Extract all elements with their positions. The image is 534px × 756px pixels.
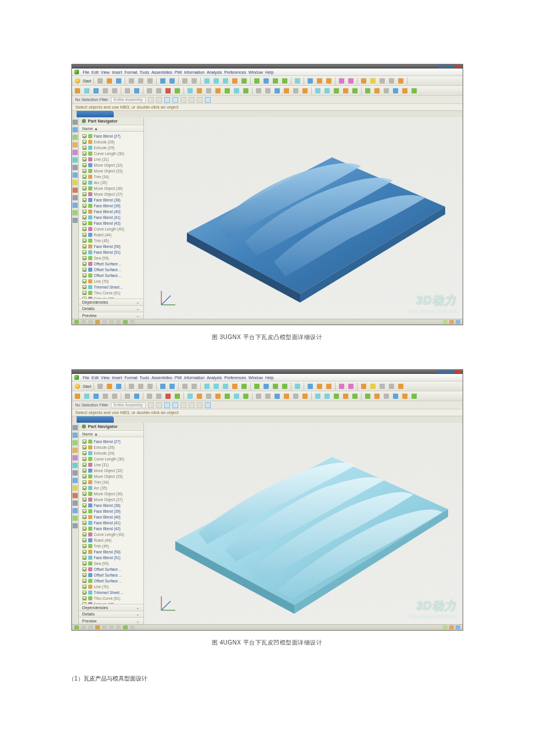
draft-icon[interactable]	[281, 383, 288, 390]
display-icon[interactable]	[146, 87, 153, 95]
tree-row[interactable]: Offset Surface…	[82, 566, 143, 572]
status-icon[interactable]	[95, 320, 100, 324]
viewport[interactable]: 3D动力 http://www.3ddl.net	[144, 117, 463, 319]
new-icon[interactable]	[96, 383, 104, 390]
tree-checkbox[interactable]	[82, 486, 86, 490]
tree-checkbox[interactable]	[82, 233, 86, 237]
tree-row[interactable]: Face Blend (39)	[82, 508, 143, 514]
tree-row[interactable]: Trimmed Sheet…	[82, 589, 143, 595]
resource-tab-icon[interactable]	[73, 120, 78, 125]
start-menu-button[interactable]	[74, 383, 81, 390]
tree-row[interactable]: Face Blend (27)	[82, 133, 143, 139]
resource-tab-icon[interactable]	[73, 165, 78, 170]
curve-icon[interactable]	[292, 87, 300, 95]
layer-icon[interactable]	[242, 393, 250, 400]
open-icon[interactable]	[106, 77, 113, 85]
sketch-icon[interactable]	[203, 77, 211, 85]
tree-row[interactable]: Face Blend (41)	[82, 520, 143, 525]
status-icon[interactable]	[123, 320, 128, 324]
tool-icon[interactable]	[410, 393, 418, 400]
tree-checkbox[interactable]	[82, 538, 86, 542]
menu-item[interactable]: Insert	[112, 70, 122, 74]
tree-checkbox[interactable]	[82, 591, 86, 595]
menu-item[interactable]: Tools	[140, 70, 149, 74]
tree-row[interactable]: Thru Curve (81)	[82, 290, 143, 296]
tool-icon[interactable]	[383, 87, 390, 95]
filter-icon[interactable]	[181, 402, 186, 408]
resource-tab-icon[interactable]	[73, 493, 78, 498]
tree-row[interactable]: Move Object (36)	[82, 491, 143, 496]
wcs-icon[interactable]	[133, 87, 140, 95]
tool-icon[interactable]	[373, 87, 381, 95]
tree-checkbox[interactable]	[82, 256, 86, 260]
tree-row[interactable]: Face Blend (50)	[82, 549, 143, 555]
tree-row[interactable]: Trim (45)	[82, 543, 143, 549]
undo-icon[interactable]	[159, 383, 167, 390]
revolve-icon[interactable]	[240, 77, 248, 85]
tree-checkbox[interactable]	[82, 268, 86, 272]
menu-item[interactable]: Window	[248, 70, 263, 74]
layer-icon[interactable]	[214, 393, 222, 400]
tree-row[interactable]: Trim (34)	[82, 479, 143, 485]
tree-checkbox[interactable]	[82, 445, 86, 449]
resource-tab-icon[interactable]	[73, 188, 78, 193]
tree-row[interactable]: Line (31)	[82, 462, 143, 467]
tree-checkbox[interactable]	[82, 227, 86, 231]
tree-checkbox[interactable]	[82, 573, 86, 577]
sketch-icon[interactable]	[203, 383, 211, 390]
menu-item[interactable]: Analysis	[207, 70, 222, 74]
tree-row[interactable]: Thru Curve (81)	[82, 595, 143, 601]
filter-icon[interactable]	[197, 97, 203, 103]
tree-checkbox[interactable]	[82, 556, 86, 560]
start-menu-button[interactable]	[74, 77, 81, 85]
cut-icon[interactable]	[128, 77, 135, 85]
resource-tab-icon[interactable]	[73, 508, 78, 513]
tree-row[interactable]: Arc (35)	[82, 485, 143, 491]
curve-icon[interactable]	[255, 393, 262, 400]
tool-icon[interactable]	[383, 393, 390, 400]
tree-checkbox[interactable]	[82, 585, 86, 589]
unite-icon[interactable]	[306, 77, 314, 85]
copy-icon[interactable]	[137, 77, 145, 85]
intersect-icon[interactable]	[325, 383, 333, 390]
maximize-button[interactable]	[446, 65, 453, 68]
filter-icon[interactable]	[164, 402, 170, 408]
maximize-button[interactable]	[446, 370, 453, 373]
tree-checkbox[interactable]	[82, 279, 86, 283]
display-icon[interactable]	[155, 393, 163, 400]
surface-icon[interactable]	[333, 87, 340, 95]
status-icon[interactable]	[130, 625, 135, 629]
tree-checkbox[interactable]	[82, 480, 86, 484]
filter-icon[interactable]	[205, 402, 211, 408]
tree-checkbox[interactable]	[82, 210, 86, 214]
tree-row[interactable]: Extrude (29)	[82, 450, 143, 456]
tree-row[interactable]: Trim (45)	[82, 237, 143, 243]
resource-tab-icon[interactable]	[73, 455, 78, 460]
tool-icon[interactable]	[373, 393, 381, 400]
tree-checkbox[interactable]	[82, 550, 86, 554]
mirror-icon[interactable]	[347, 383, 355, 390]
menu-item[interactable]: PMI	[175, 376, 182, 380]
surface-icon[interactable]	[333, 393, 340, 400]
feature-tree[interactable]: Face Blend (27)Extrude (28)Extrude (29)C…	[79, 132, 143, 298]
tree-row[interactable]: Offset Surface…	[82, 267, 143, 272]
tree-checkbox[interactable]	[82, 146, 86, 150]
tool-icon[interactable]	[364, 87, 371, 95]
status-icon[interactable]	[88, 625, 93, 629]
tree-checkbox[interactable]	[82, 250, 86, 254]
resource-tab-icon[interactable]	[73, 470, 78, 476]
save-icon[interactable]	[115, 77, 122, 85]
tree-checkbox[interactable]	[82, 474, 86, 478]
menu-item[interactable]: Help	[265, 70, 273, 74]
tool-icon[interactable]	[364, 393, 371, 400]
resource-tab-icon[interactable]	[73, 463, 78, 468]
tree-row[interactable]: Face Blend (39)	[82, 203, 143, 208]
layer-icon[interactable]	[223, 87, 231, 95]
display-icon[interactable]	[155, 87, 163, 95]
redo-icon[interactable]	[168, 383, 176, 390]
tree-checkbox[interactable]	[82, 291, 86, 295]
surface-icon[interactable]	[351, 393, 359, 400]
layer-icon[interactable]	[223, 393, 231, 400]
tree-checkbox[interactable]	[82, 244, 86, 249]
sketch-icon[interactable]	[222, 77, 229, 85]
